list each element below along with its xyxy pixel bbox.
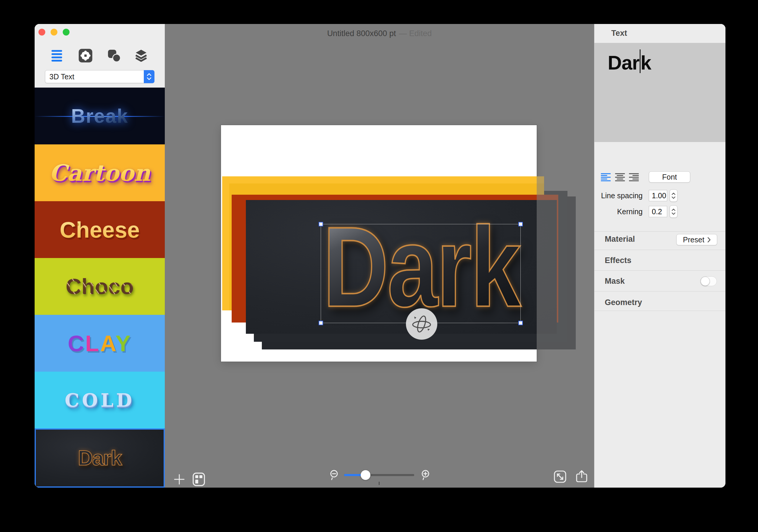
preset-cheese-label: Cheese	[60, 217, 140, 243]
inspector-panel: Text Dark	[594, 24, 725, 488]
preset-cold[interactable]: COLD	[35, 372, 165, 428]
preset-clay-label: CLAY	[68, 331, 132, 356]
zoom-window-button[interactable]	[63, 29, 70, 36]
preset-cartoon[interactable]: Cartoon	[35, 144, 165, 201]
window-title: Untitled 800x600 pt— Edited	[165, 29, 594, 38]
kerning-input[interactable]: 0.2	[649, 206, 667, 217]
line-spacing-stepper[interactable]	[670, 189, 677, 202]
geometry-section: Geometry	[605, 298, 642, 307]
material-preset-button[interactable]: Preset	[676, 234, 717, 245]
preset-cheese[interactable]: Cheese	[35, 201, 165, 258]
mask-section: Mask	[605, 277, 625, 286]
close-button[interactable]	[39, 29, 45, 36]
preset-choco[interactable]: Choco	[35, 258, 165, 315]
selection-handle-top-left[interactable]	[319, 222, 323, 226]
category-dropdown[interactable]: 3D Text	[45, 70, 155, 83]
text-input-area[interactable]: Dark	[594, 43, 725, 142]
preset-break-label: Break	[71, 105, 128, 127]
divider	[594, 270, 725, 271]
text-section-title: Text	[611, 29, 627, 38]
preset-list: Break Cartoon Cheese Choco CLAY COLD Dar…	[35, 88, 165, 488]
preset-cartoon-label: Cartoon	[49, 160, 150, 186]
align-right-button[interactable]	[629, 173, 639, 181]
layers-icon[interactable]	[134, 49, 148, 63]
out-of-page-dim	[165, 24, 594, 125]
minimize-button[interactable]	[51, 29, 57, 36]
preset-dark-label: Dark	[78, 446, 121, 470]
zoom-slider-track[interactable]	[344, 474, 414, 476]
settings-icon[interactable]	[78, 49, 93, 63]
edited-status: — Edited	[399, 29, 432, 38]
font-button[interactable]: Font	[649, 171, 690, 183]
zoom-slider-thumb[interactable]	[361, 470, 370, 480]
divider	[594, 231, 725, 232]
share-export-button[interactable]	[575, 470, 588, 483]
divider	[594, 311, 725, 311]
rotate-3d-handle[interactable]	[406, 308, 437, 340]
zoom-in-icon[interactable]	[419, 469, 431, 481]
out-of-page-dim	[165, 125, 221, 362]
effects-section: Effects	[605, 256, 631, 265]
material-section: Material	[605, 235, 635, 244]
text-input-value: Dark	[608, 50, 651, 74]
add-button[interactable]	[172, 473, 186, 486]
kerning-stepper[interactable]	[670, 205, 677, 218]
mask-toggle[interactable]	[700, 276, 717, 286]
chevron-right-icon	[707, 237, 711, 243]
resize-canvas-button[interactable]	[553, 470, 567, 483]
collage-layout-button[interactable]	[191, 472, 206, 487]
zoom-slider-tick	[379, 482, 380, 485]
mask-toggle-knob	[701, 277, 710, 286]
line-spacing-label: Line spacing	[594, 192, 642, 200]
document-name: Untitled 800x600 pt	[327, 29, 396, 38]
out-of-page-dim	[537, 125, 594, 362]
dropdown-stepper-icon	[144, 70, 155, 83]
line-spacing-input[interactable]: 1.00	[649, 190, 667, 201]
list-bars-icon	[52, 50, 62, 61]
template-list-icon[interactable]	[50, 49, 64, 63]
text-section-header: Text	[594, 24, 725, 43]
app-window: 3D Text Break Cartoon Cheese Choco	[35, 24, 725, 488]
out-of-page-dim	[165, 362, 594, 488]
divider	[594, 291, 725, 292]
divider	[594, 250, 725, 250]
selection-handle-top-right[interactable]	[518, 222, 523, 226]
category-dropdown-value: 3D Text	[50, 70, 74, 83]
preset-choco-label: Choco	[66, 274, 134, 299]
preset-break[interactable]: Break	[35, 88, 165, 144]
gear-icon	[79, 49, 92, 62]
preset-clay[interactable]: CLAY	[35, 315, 165, 372]
sidebar: 3D Text Break Cartoon Cheese Choco	[35, 24, 165, 488]
align-center-button[interactable]	[615, 173, 625, 181]
kerning-label: Kerning	[594, 207, 642, 216]
align-left-button[interactable]	[601, 173, 611, 181]
shapes-icon[interactable]	[107, 49, 121, 63]
preset-cold-label: COLD	[65, 389, 135, 411]
preset-dark-selected[interactable]: Dark	[35, 428, 165, 488]
zoom-out-icon[interactable]	[328, 469, 341, 481]
canvas-area[interactable]: Dark Untitled 800x600 pt— Edited	[165, 24, 594, 488]
sidebar-toolbar: 3D Text	[35, 24, 165, 88]
selection-handle-bottom-left[interactable]	[319, 321, 323, 325]
selection-handle-bottom-right[interactable]	[518, 321, 523, 325]
